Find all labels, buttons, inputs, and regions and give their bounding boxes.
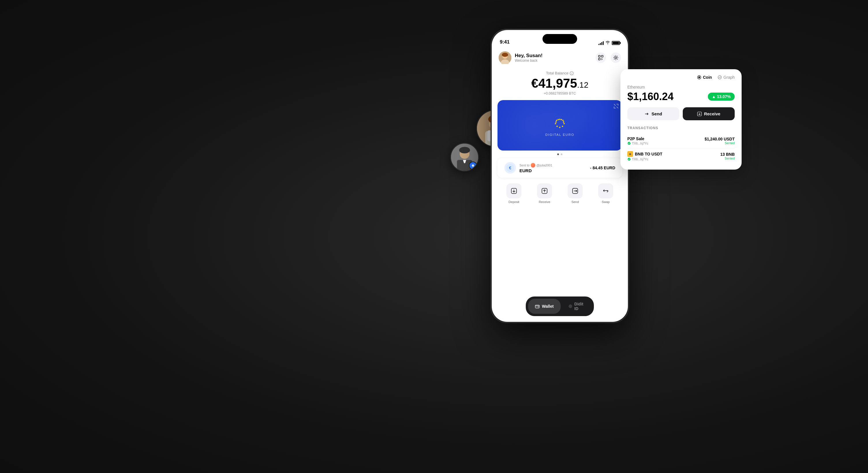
- svg-rect-15: [598, 55, 600, 57]
- status-time: 9:41: [500, 39, 509, 45]
- nav-wallet[interactable]: Wallet: [528, 299, 561, 314]
- svg-rect-16: [601, 55, 603, 57]
- tx-recipient-avatar: [531, 163, 535, 167]
- panel-price: $1,160.24: [627, 91, 674, 103]
- panel-tx-1-name: P2P Sale: [627, 136, 648, 141]
- tx-amount: - 84.45 EURD: [590, 165, 615, 170]
- notification-dot-man: [469, 161, 477, 169]
- svg-point-32: [556, 121, 557, 123]
- deposit-icon: [506, 183, 521, 198]
- svg-text:i: i: [571, 72, 572, 75]
- panel-tx-1-right: $1,240.00 USDT Sented: [705, 137, 735, 145]
- panel-tabs: Coin Graph: [627, 75, 735, 80]
- svg-point-7: [459, 147, 470, 153]
- svg-rect-39: [538, 307, 539, 307]
- svg-point-29: [558, 119, 559, 120]
- bnb-icon: B: [627, 151, 633, 157]
- svg-point-10: [472, 164, 474, 167]
- svg-point-41: [569, 306, 571, 307]
- tx-icon: €: [504, 162, 516, 174]
- tab-graph[interactable]: Graph: [718, 75, 735, 80]
- panel-tx-1-left: P2P Sale TX6...hj7Yc: [627, 136, 648, 145]
- card-section[interactable]: DIGITAL EURO: [492, 100, 628, 155]
- svg-rect-17: [598, 58, 600, 60]
- card-panel: Coin Graph Ethereum $1,160.24 ▲ 13.07% S…: [620, 69, 742, 169]
- receive-button[interactable]: Receive: [537, 183, 552, 203]
- balance-label: Total Balance i: [499, 71, 621, 75]
- receive-label: Receive: [539, 200, 550, 203]
- panel-price-row: $1,160.24 ▲ 13.07%: [627, 91, 735, 103]
- deposit-button[interactable]: Deposit: [506, 183, 521, 203]
- swap-icon: [598, 183, 613, 198]
- panel-tx-2-status: Sented: [720, 157, 735, 160]
- phone-screen: 9:41: [492, 30, 628, 322]
- panel-tx-1-status: Sented: [705, 141, 735, 145]
- panel-tx-1-id: TX6...hj7Yc: [627, 141, 648, 145]
- panel-tx-2-left: B BNB TO USDT TX6...hj7Yc: [627, 151, 662, 161]
- svg-point-30: [561, 119, 562, 120]
- action-buttons: Deposit Receive: [492, 178, 628, 206]
- greeting-name: Hey, Susan!: [515, 53, 592, 59]
- dynamic-island: [542, 34, 577, 44]
- panel-send-label: Send: [652, 111, 662, 116]
- card-label: DIGITAL EURO: [546, 133, 574, 136]
- panel-receive-label: Receive: [704, 111, 720, 116]
- transaction-row[interactable]: € Sent to @julia2001 EURD - 84.45 EURD: [497, 158, 622, 178]
- user-greeting: Hey, Susan! Welcome back: [515, 53, 592, 63]
- balance-amount: €41,975.12: [499, 76, 621, 90]
- svg-point-43: [698, 76, 700, 78]
- avatar-bubble-man: [450, 143, 479, 171]
- panel-tx-2-right: 13 BNB Sented: [720, 152, 735, 160]
- panel-coin-name: Ethereum: [627, 85, 735, 89]
- panel-tx-row-2[interactable]: B BNB TO USDT TX6...hj7Yc 13 BNB Sented: [627, 148, 735, 164]
- eu-flag-stars: [552, 115, 568, 131]
- send-label: Send: [571, 200, 579, 203]
- swap-button[interactable]: Swap: [598, 183, 613, 203]
- svg-point-23: [564, 123, 565, 124]
- tab-coin[interactable]: Coin: [697, 75, 712, 80]
- tx-details: Sent to @julia2001 EURD: [519, 163, 587, 173]
- svg-point-28: [556, 120, 557, 121]
- greeting-sub: Welcome back: [515, 59, 592, 63]
- send-icon: [568, 183, 583, 198]
- svg-point-22: [562, 120, 564, 121]
- svg-point-21: [559, 119, 561, 120]
- phone-content: Hey, Susan! Welcome back: [492, 47, 628, 322]
- tx-currency: EURD: [519, 168, 587, 173]
- status-icons: [598, 41, 620, 45]
- panel-receive-button[interactable]: Receive: [683, 107, 735, 120]
- card-expand-icon[interactable]: [614, 103, 619, 110]
- panel-tx-2-id: TX6...hj7Yc: [627, 157, 662, 161]
- panel-action-row: Send Receive: [627, 107, 735, 120]
- currency-symbol: €: [531, 76, 538, 90]
- panel-transactions-label: TRANSACTIONS: [627, 126, 735, 130]
- bottom-nav: Wallet Didit ID: [526, 296, 594, 316]
- send-button[interactable]: Send: [568, 183, 583, 203]
- tx-recipient-name: @julia2001: [536, 163, 552, 167]
- panel-tx-2-name: BNB TO USDT: [635, 152, 662, 156]
- deposit-label: Deposit: [508, 200, 519, 203]
- svg-point-25: [559, 127, 561, 128]
- crypto-card[interactable]: DIGITAL EURO: [497, 100, 622, 151]
- panel-tx-2-amount: 13 BNB: [720, 152, 735, 157]
- settings-button[interactable]: [611, 53, 621, 63]
- svg-point-40: [569, 305, 571, 308]
- panel-send-button[interactable]: Send: [627, 107, 679, 120]
- nav-didit-label: Didit ID: [574, 302, 585, 311]
- svg-text:€: €: [509, 165, 512, 170]
- panel-tx-2-name-row: B BNB TO USDT: [627, 151, 662, 157]
- balance-cents: .12: [577, 81, 588, 89]
- receive-icon: [537, 183, 552, 198]
- nav-didit[interactable]: Didit ID: [562, 299, 592, 314]
- battery-icon: [612, 41, 620, 45]
- scan-button[interactable]: [596, 53, 606, 63]
- app-header: Hey, Susan! Welcome back: [492, 47, 628, 69]
- panel-tx-row-1[interactable]: P2P Sale TX6...hj7Yc $1,240.00 USDT Sent…: [627, 133, 735, 148]
- swap-label: Swap: [602, 200, 610, 203]
- signal-icon: [598, 41, 604, 45]
- svg-rect-38: [535, 305, 539, 308]
- card-indicator-dots: [497, 153, 622, 155]
- wifi-icon: [606, 41, 610, 45]
- tx-sent-to: Sent to @julia2001: [519, 163, 587, 167]
- svg-point-26: [556, 126, 558, 127]
